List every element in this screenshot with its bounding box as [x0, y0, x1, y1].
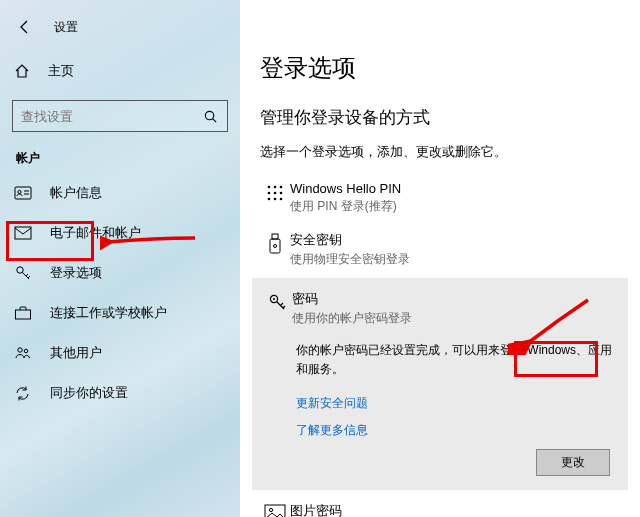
pin-keypad-icon: [260, 181, 290, 203]
learn-more-link[interactable]: 了解更多信息: [296, 422, 618, 439]
svg-rect-24: [270, 239, 280, 253]
sync-icon: [14, 385, 36, 402]
option-picture-password[interactable]: 图片密码 轻扫并点击你最喜爱的照片以解锁设备: [260, 496, 620, 517]
svg-line-29: [281, 303, 284, 306]
sidebar: 设置 主页 帐户 帐户信息 电子邮件和帐户: [0, 0, 240, 517]
option-pin[interactable]: Windows Hello PIN 使用 PIN 登录(推荐): [260, 175, 620, 225]
option-picpw-title: 图片密码: [290, 502, 494, 517]
option-seckey-title: 安全密钥: [290, 231, 410, 249]
select-option-desc: 选择一个登录选项，添加、更改或删除它。: [260, 143, 620, 161]
nav-email-accounts[interactable]: 电子邮件和帐户: [0, 213, 240, 253]
update-security-questions-link[interactable]: 更新安全问题: [296, 395, 618, 412]
page-title: 登录选项: [260, 52, 620, 84]
manage-heading: 管理你登录设备的方式: [260, 106, 620, 129]
svg-point-13: [24, 349, 28, 353]
nav-label: 连接工作或学校帐户: [50, 304, 167, 322]
section-header-accounts: 帐户: [0, 142, 240, 173]
option-seckey-subtitle: 使用物理安全密钥登录: [290, 251, 410, 268]
change-password-button[interactable]: 更改: [536, 449, 610, 476]
nav-work-school[interactable]: 连接工作或学校帐户: [0, 293, 240, 333]
home-label: 主页: [48, 62, 74, 80]
svg-point-7: [17, 267, 23, 273]
key-icon: [14, 264, 36, 282]
home-icon: [14, 63, 36, 79]
svg-point-32: [269, 509, 272, 512]
svg-point-3: [18, 190, 21, 193]
svg-line-10: [28, 276, 30, 278]
svg-point-22: [280, 198, 283, 201]
svg-rect-2: [15, 187, 31, 199]
nav-label: 电子邮件和帐户: [50, 224, 141, 242]
people-icon: [14, 345, 36, 361]
search-icon: [201, 107, 219, 125]
picture-icon: [260, 502, 290, 517]
svg-point-12: [18, 348, 22, 352]
nav-label: 其他用户: [50, 344, 102, 362]
svg-rect-23: [272, 234, 278, 239]
nav-sync-settings[interactable]: 同步你的设置: [0, 373, 240, 413]
option-password-subtitle: 使用你的帐户密码登录: [292, 310, 412, 327]
svg-line-1: [212, 118, 215, 121]
svg-point-20: [268, 198, 271, 201]
nav-signin-options[interactable]: 登录选项: [0, 253, 240, 293]
svg-line-30: [283, 306, 285, 308]
svg-point-27: [273, 298, 275, 300]
option-pin-subtitle: 使用 PIN 登录(推荐): [290, 198, 401, 215]
svg-point-16: [280, 186, 283, 189]
id-card-icon: [14, 186, 36, 200]
key-icon: [262, 290, 292, 312]
svg-point-0: [205, 111, 213, 119]
usbkey-icon: [260, 231, 290, 255]
nav-label: 帐户信息: [50, 184, 102, 202]
nav-label: 登录选项: [50, 264, 102, 282]
svg-point-19: [280, 192, 283, 195]
option-security-key[interactable]: 安全密钥 使用物理安全密钥登录: [260, 225, 620, 278]
arrow-left-icon: [17, 19, 33, 35]
svg-point-25: [274, 245, 277, 248]
svg-rect-11: [16, 310, 31, 319]
home-link[interactable]: 主页: [0, 52, 240, 90]
svg-point-14: [268, 186, 271, 189]
mail-icon: [14, 226, 36, 240]
main-content: 登录选项 管理你登录设备的方式 选择一个登录选项，添加、更改或删除它。 Wind…: [240, 0, 640, 517]
svg-point-21: [274, 198, 277, 201]
svg-rect-6: [15, 227, 31, 239]
password-detail-text: 你的帐户密码已经设置完成，可以用来登录 Windows、应用和服务。: [296, 341, 618, 379]
briefcase-icon: [14, 305, 36, 321]
svg-point-18: [274, 192, 277, 195]
nav-account-info[interactable]: 帐户信息: [0, 173, 240, 213]
option-password-title: 密码: [292, 290, 412, 308]
svg-line-9: [26, 274, 28, 276]
svg-point-15: [274, 186, 277, 189]
search-box[interactable]: [12, 100, 228, 132]
option-pin-title: Windows Hello PIN: [290, 181, 401, 196]
back-button[interactable]: [12, 14, 38, 40]
settings-title: 设置: [54, 19, 78, 36]
option-password-expanded: 密码 使用你的帐户密码登录 你的帐户密码已经设置完成，可以用来登录 Window…: [252, 278, 628, 490]
search-input[interactable]: [21, 109, 201, 124]
option-password[interactable]: 密码 使用你的帐户密码登录: [262, 286, 618, 335]
svg-point-17: [268, 192, 271, 195]
nav-label: 同步你的设置: [50, 384, 128, 402]
nav-other-users[interactable]: 其他用户: [0, 333, 240, 373]
